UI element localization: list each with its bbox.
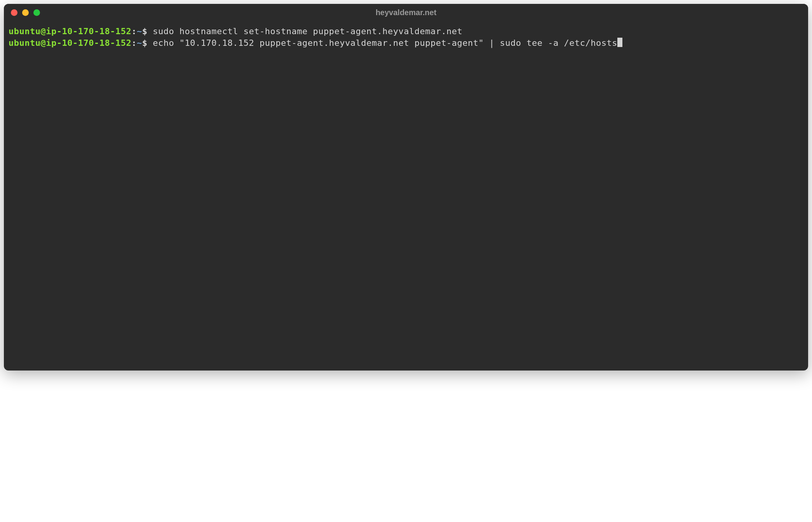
prompt-symbol: $ — [142, 38, 148, 48]
cursor — [617, 38, 622, 47]
prompt-path: ~ — [137, 26, 142, 36]
command-text — [147, 26, 153, 36]
terminal-content[interactable]: ubuntu@ip-10-170-18-152:~$ sudo hostname… — [4, 21, 808, 371]
terminal-line: ubuntu@ip-10-170-18-152:~$ echo "10.170.… — [9, 37, 803, 49]
prompt-colon: : — [131, 38, 137, 48]
command-text — [147, 38, 153, 48]
prompt-path: ~ — [137, 38, 142, 48]
title-bar: heyvaldemar.net — [4, 4, 808, 21]
command-text: sudo hostnamectl set-hostname puppet-age… — [153, 26, 462, 36]
prompt-symbol: $ — [142, 26, 148, 36]
terminal-window: heyvaldemar.net ubuntu@ip-10-170-18-152:… — [4, 4, 808, 371]
prompt-user-host: ubuntu@ip-10-170-18-152 — [9, 38, 131, 48]
window-title: heyvaldemar.net — [376, 8, 437, 17]
prompt-user-host: ubuntu@ip-10-170-18-152 — [9, 26, 131, 36]
minimize-button[interactable] — [22, 9, 29, 16]
command-text: echo "10.170.18.152 puppet-agent.heyvald… — [153, 38, 617, 48]
close-button[interactable] — [11, 9, 17, 16]
traffic-lights — [11, 9, 40, 16]
prompt-colon: : — [131, 26, 137, 36]
maximize-button[interactable] — [33, 9, 40, 16]
terminal-line: ubuntu@ip-10-170-18-152:~$ sudo hostname… — [9, 26, 803, 37]
